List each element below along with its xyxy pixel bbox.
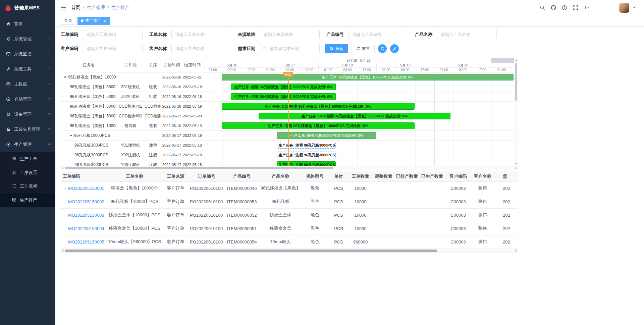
close-icon[interactable] [104, 19, 107, 22]
gantt-bar-selected[interactable]: 生产任务: 注塑 96孔孔板3000PCS 完成比例: 0% [277, 152, 336, 158]
work-order-link[interactable]: MO202205150002 [68, 199, 104, 204]
fullscreen-icon[interactable] [573, 5, 578, 10]
work-order-link[interactable]: MO202205150004 [68, 226, 104, 231]
gear-icon [6, 37, 11, 41]
demand-date-input[interactable] [260, 44, 320, 53]
breadcrumb-item-production-management[interactable]: 生产管理 [87, 5, 105, 11]
table-horizontal-scrollbar[interactable] [61, 249, 518, 253]
row-chevron-down-icon[interactable] [63, 187, 66, 191]
tab-production-schedule-label: 生产排产 [85, 18, 101, 23]
work-order-link[interactable]: MO202205150001 [68, 186, 104, 191]
sidebar-item-warehouse-management[interactable]: 仓储管理 [0, 92, 55, 107]
tab-home[interactable]: 首页 [61, 17, 75, 25]
work-order-code-input[interactable] [83, 30, 143, 39]
expand-arrow-icon[interactable] [64, 76, 66, 78]
filter-work-order-name: 工单名称 [149, 30, 231, 39]
edit-button[interactable] [390, 44, 399, 53]
expand-arrow-icon[interactable] [70, 135, 72, 137]
gantt-bar-task[interactable]: 生产任务: 组装 96孔移液盒【黑色】5000PCS 完成比例: 0% [231, 84, 336, 90]
cell-product_name: 96孔移液盒【黑色】 [260, 181, 301, 195]
cell-customer_name: 张伟 [472, 222, 493, 235]
gantt-bar-task[interactable]: 生产任务: 包装 96孔移液盒【黑色】10000PCS 完成比例: 0% [222, 122, 415, 129]
cell-customer_code: C00003 [445, 222, 472, 235]
scroll-right-icon[interactable] [516, 250, 517, 252]
gantt-bar-task[interactable]: 生产任务: CCD检测 96孔移液盒【黑色】5000PCS 完成比例: 0% [222, 103, 415, 110]
scroll-right-icon[interactable] [516, 167, 517, 169]
scroll-left-icon[interactable] [62, 167, 63, 169]
gantt-bar-task[interactable]: 生产任务: 组装 96孔移液盒【黑色】5000PCS 完成比例: 0% [231, 93, 336, 100]
table-horizontal-scrollbar-thumb[interactable] [65, 250, 437, 252]
gantt-timeline-row: 生产任务: 注塑 96孔孔板3000PCS 完成比例: 0% [203, 141, 514, 150]
help-icon[interactable] [562, 5, 567, 10]
sidebar-item-system-tools[interactable]: 系统工具 [0, 61, 55, 76]
gantt-bar-task[interactable]: 生产任务: CCD检测 96孔移液盒【黑色】5000PCS 完成比例: 0% [259, 113, 450, 119]
breadcrumb-item-production-schedule[interactable]: 生产排产 [112, 5, 130, 11]
search-button[interactable]: 搜索 [325, 44, 348, 53]
gantt-bar-selected[interactable]: 生产任务: 注塑 96孔孔板3000PCS 完成比例: 0% [277, 142, 336, 149]
search-icon[interactable] [540, 5, 545, 10]
scroll-down-icon[interactable] [515, 163, 517, 164]
breadcrumb-item-home[interactable]: 首页 [71, 5, 80, 11]
gantt-task-name: 96孔移液盒【黑色】5000PCS [70, 113, 116, 119]
product-name-input[interactable] [437, 30, 497, 39]
sidebar-item-production-management[interactable]: 生产管理 [0, 137, 55, 152]
tab-production-schedule[interactable]: 生产排产 [77, 17, 110, 25]
work-order-name-input[interactable] [171, 30, 231, 39]
chevron-down-icon[interactable] [633, 7, 636, 8]
scroll-up-icon[interactable] [515, 60, 517, 61]
filter-row-2: 客户编码客户名称需求日期 搜索 重置 [61, 44, 524, 53]
font-size-icon[interactable]: TT [584, 5, 589, 10]
main-area: 首页 / 生产管理 / 生产排产 TT 首页 [55, 0, 644, 325]
gantt-chart: 任务名工作站工序开始时间结束时间 96孔移液盒【黑色】10000PCS2022-… [61, 58, 518, 166]
sidebar-toggle-icon[interactable] [61, 5, 66, 10]
sidebar-item-label: 仓储管理 [14, 96, 44, 102]
scroll-left-icon[interactable] [62, 250, 63, 252]
gantt-horizontal-scrollbar[interactable] [61, 166, 518, 170]
top-navbar: 首页 / 生产管理 / 生产排产 TT [55, 0, 644, 15]
filter-input-wrap [171, 30, 231, 39]
cell-code: MO202205150002 [61, 195, 108, 208]
customer-name-input[interactable] [171, 44, 231, 53]
avatar[interactable] [619, 3, 629, 13]
chevron-down-icon [48, 112, 51, 117]
reset-button[interactable]: 重置 [352, 44, 375, 53]
work-order-link[interactable]: MO202205150003 [68, 213, 104, 218]
sync-button[interactable] [378, 44, 387, 53]
gantt-vertical-scrollbar-thumb[interactable] [515, 63, 517, 101]
sidebar-item-label: 系统工具 [14, 66, 44, 72]
source-doc-input[interactable] [260, 30, 320, 39]
filter-input-wrap [83, 30, 143, 39]
cell-product_name: 移液盒盒体 [260, 208, 301, 222]
product-no-input[interactable] [348, 30, 408, 39]
sidebar-item-equipment-management[interactable]: 设备管理 [0, 107, 55, 122]
sidebar-item-system-management[interactable]: 系统管理 [0, 31, 55, 46]
gantt-vertical-scrollbar[interactable] [514, 58, 518, 166]
customer-code-input[interactable] [83, 44, 143, 53]
gantt-bar-project[interactable]: 生产工单: 96孔孔板10000PCS 完成比例: 0% [277, 132, 376, 139]
gantt-column-header-2: 工序 [145, 62, 161, 68]
cell-scheduled_qty [394, 195, 420, 208]
gantt-grid-row: 96孔移液盒【黑色】10000PCS2022-05-162022-05-21 [61, 72, 203, 82]
gantt-bar-task[interactable]: 生产任务: 注塑 96孔孔板3000PCS 完成比例: 0% [277, 161, 336, 166]
gantt-bar-project[interactable]: 生产工单: 96孔移液盒【黑色】10000PCS 完成比例: 0% [222, 74, 514, 80]
device-icon [6, 112, 11, 117]
cell-source: 客户订单 [161, 181, 190, 195]
orders-column-header-7: 单位 [329, 171, 348, 181]
sidebar-item-home[interactable]: 首页 [0, 16, 55, 31]
work-order-link[interactable]: MO202205150005 [68, 239, 104, 245]
sidebar-item-system-monitor[interactable]: 系统监控 [0, 46, 55, 61]
sidebar-subitem-production-work-order[interactable]: 生产工单 [0, 152, 55, 166]
gantt-horizontal-scrollbar-thumb[interactable] [65, 167, 333, 169]
github-icon[interactable] [551, 5, 556, 10]
sidebar-item-master-data[interactable]: 主数据 [0, 76, 55, 92]
sidebar-subitem-process-flow[interactable]: 工艺流程 [0, 179, 55, 193]
orders-column-header-11: 已生产数量 [420, 171, 445, 181]
sidebar-item-tooling-management[interactable]: 工装夹具管理 [0, 122, 55, 137]
gantt-end-cell: 2022-05-18 [182, 153, 203, 157]
cell-scheduled_qty [394, 181, 420, 195]
gantt-day-label: 5月 18 [319, 63, 376, 67]
gantt-end-cell: 2022-05-18 [182, 95, 203, 99]
gantt-day-row: 5月 165月 175月 185月 195月 20 [203, 63, 514, 68]
sidebar-subitem-process-settings[interactable]: 工序设置 [0, 166, 55, 179]
sidebar-subitem-production-schedule[interactable]: 生产排产 [0, 193, 55, 207]
